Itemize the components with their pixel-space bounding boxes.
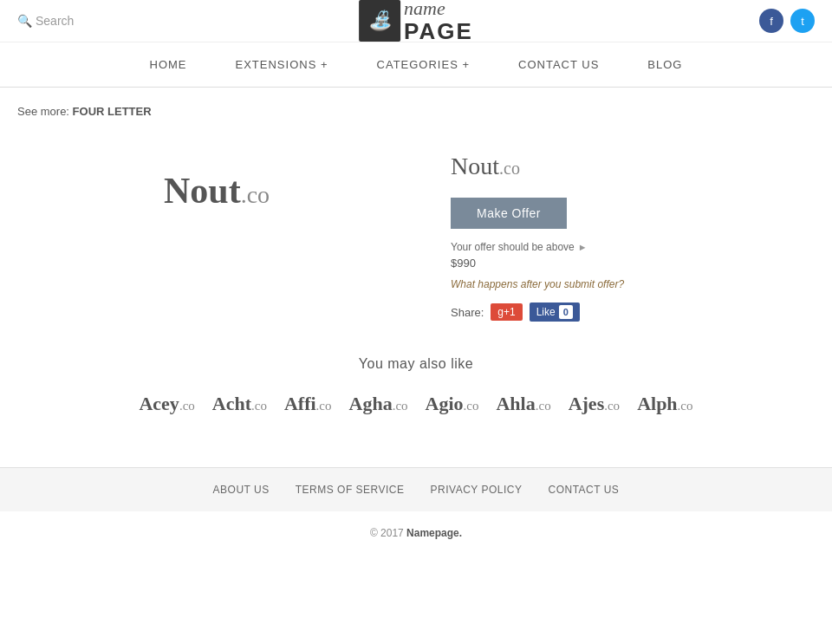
domain-logo-tld: .co (241, 181, 270, 208)
make-offer-button[interactable]: Make Offer (451, 198, 567, 229)
footer-links: ABOUT US TERMS OF SERVICE PRIVACY POLICY… (0, 467, 832, 511)
domain-card-affi[interactable]: Affi.co (284, 393, 332, 415)
footer-contact[interactable]: CONTACT US (548, 484, 619, 496)
share-label: Share: (451, 306, 484, 319)
domain-card-ajes-text: Ajes.co (569, 393, 620, 414)
search-trigger[interactable]: 🔍 Search (17, 14, 74, 28)
fb-like-label: Like (536, 306, 556, 318)
logo-icon: ⛲ (359, 0, 400, 42)
nav-item-extensions[interactable]: EXTENSIONS + (211, 42, 353, 87)
breadcrumb-link[interactable]: FOUR LETTER (73, 105, 152, 118)
also-like-title: You may also like (17, 356, 815, 372)
logo-name: name (404, 0, 473, 19)
domain-card-acey-text: Acey.co (139, 393, 194, 414)
fb-count: 0 (559, 305, 573, 319)
domain-card-ahla-text: Ahla.co (496, 393, 550, 414)
logo-page: PAGE (404, 19, 473, 44)
site-logo[interactable]: ⛲ name PAGE (359, 0, 473, 43)
domain-card-ajes[interactable]: Ajes.co (569, 393, 620, 415)
domain-section: Nout.co Nout.co Make Offer Your offer sh… (17, 135, 815, 322)
domain-title-name: Nout (451, 153, 499, 179)
also-like-section: You may also like Acey.co Acht.co Affi.c… (17, 356, 815, 415)
footer-brand[interactable]: Namepage. (406, 527, 462, 539)
share-row: Share: g+1 Like 0 (451, 302, 815, 322)
domain-card-agio-text: Agio.co (426, 393, 479, 414)
facebook-icon[interactable]: f (759, 9, 783, 33)
offer-amount: $990 (451, 257, 815, 270)
site-header: 🔍 Search ⛲ name PAGE f t (0, 0, 832, 42)
nav-item-home[interactable]: HOME (126, 42, 211, 87)
footer-privacy[interactable]: PRIVACY POLICY (431, 484, 523, 496)
domain-logo-area: Nout.co (17, 135, 416, 246)
breadcrumb-prefix: See more: (17, 105, 69, 118)
domain-cards: Acey.co Acht.co Affi.co Agha.co Agio.co … (17, 393, 815, 415)
nav-item-blog[interactable]: BLOG (623, 42, 706, 87)
nav-item-contact[interactable]: CONTACT US (494, 42, 623, 87)
social-links: f t (759, 9, 815, 33)
logo-text: name PAGE (404, 0, 473, 43)
domain-card-agio[interactable]: Agio.co (426, 393, 479, 415)
offer-hint-text: Your offer should be above (451, 241, 575, 253)
twitter-icon[interactable]: t (790, 9, 815, 33)
facebook-like-button[interactable]: Like 0 (530, 302, 580, 322)
offer-hint: Your offer should be above ► (451, 241, 815, 253)
domain-card-agha[interactable]: Agha.co (349, 393, 408, 415)
nav-item-categories[interactable]: CATEGORIES + (353, 42, 494, 87)
footer-about[interactable]: ABOUT US (213, 484, 270, 496)
domain-card-ahla[interactable]: Ahla.co (496, 393, 550, 415)
domain-card-affi-text: Affi.co (284, 393, 332, 414)
gplus-label: g+1 (497, 306, 515, 318)
domain-card-agha-text: Agha.co (349, 393, 408, 414)
search-icon: 🔍 (17, 14, 32, 28)
domain-card-alph[interactable]: Alph.co (637, 393, 692, 415)
main-nav: HOME EXTENSIONS + CATEGORIES + CONTACT U… (0, 42, 832, 88)
domain-card-acht-text: Acht.co (212, 393, 267, 414)
domain-card-acey[interactable]: Acey.co (139, 393, 194, 415)
breadcrumb: See more: FOUR LETTER (17, 105, 815, 118)
domain-card-alph-text: Alph.co (637, 393, 692, 414)
search-label: Search (36, 14, 74, 28)
domain-info: Nout.co Make Offer Your offer should be … (451, 135, 815, 322)
domain-card-acht[interactable]: Acht.co (212, 393, 267, 415)
footer-copyright: © 2017 Namepage. (0, 511, 832, 555)
offer-arrow-icon: ► (578, 242, 588, 252)
main-content: See more: FOUR LETTER Nout.co Nout.co Ma… (0, 88, 832, 467)
footer-terms[interactable]: TERMS OF SERVICE (296, 484, 405, 496)
domain-title: Nout.co (451, 153, 815, 180)
domain-logo-display: Nout.co (164, 170, 270, 211)
domain-logo-name: Nout (164, 171, 241, 211)
submit-link[interactable]: What happens after you submit offer? (451, 278, 815, 290)
copyright-year: © 2017 (370, 527, 404, 539)
domain-title-tld: .co (499, 159, 520, 178)
gplus-button[interactable]: g+1 (491, 303, 522, 321)
